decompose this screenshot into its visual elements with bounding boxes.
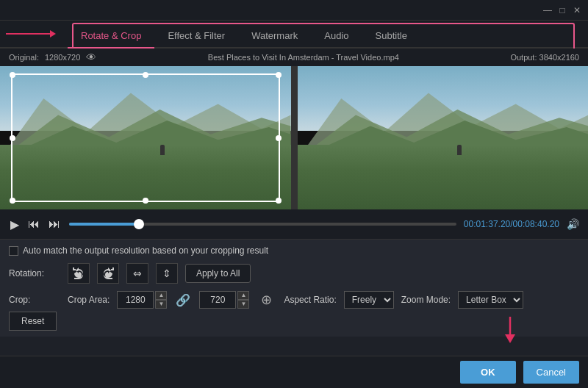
timeline-progress xyxy=(69,223,139,226)
tab-audio[interactable]: Audio xyxy=(311,24,362,48)
width-spin-down[interactable]: ▼ xyxy=(155,300,167,309)
height-input[interactable] xyxy=(199,291,236,309)
width-spin-up[interactable]: ▲ xyxy=(155,291,167,300)
original-label: Original: xyxy=(9,53,39,62)
crop-label: Crop: xyxy=(9,295,60,305)
skip-back-button[interactable]: ⏮ xyxy=(26,216,41,232)
auto-match-label: Auto match the output resolution based o… xyxy=(23,245,268,256)
tab-rotate-crop[interactable]: Rotate & Crop xyxy=(68,24,154,48)
tab-subtitle[interactable]: Subtitle xyxy=(362,24,420,48)
timeline-bar: ▶ ⏮ ⏭ 00:01:37.20/00:08:40.20 🔊 xyxy=(0,209,588,239)
maximize-button[interactable]: □ xyxy=(557,5,567,15)
tab-effect-filter[interactable]: Effect & Filter xyxy=(154,24,238,48)
video-panels xyxy=(0,66,588,209)
rotation-row: Rotation: ⇔ ⇕ Apply to All xyxy=(9,263,579,284)
aspect-ratio-select[interactable]: Freely xyxy=(344,291,394,309)
link-icon[interactable]: 🔗 xyxy=(176,293,190,307)
minimize-button[interactable]: — xyxy=(542,5,553,15)
ok-button[interactable]: OK xyxy=(460,361,516,384)
width-input[interactable] xyxy=(117,291,154,309)
rotation-label: Rotation: xyxy=(9,268,60,279)
height-input-group: ▲ ▼ xyxy=(199,291,249,309)
window-controls: — □ ✕ xyxy=(542,5,582,15)
zoom-mode-select[interactable]: Letter Box xyxy=(458,291,523,309)
video-info-bar: Original: 1280x720 👁 Best Places to Visi… xyxy=(0,48,588,66)
crop-row: Crop: Crop Area: ▲ ▼ 🔗 ▲ ▼ ⊕ Aspect Rati… xyxy=(9,291,579,309)
tabs-bar: Rotate & Crop Effect & Filter Watermark … xyxy=(0,21,588,48)
controls-area: Auto match the output resolution based o… xyxy=(0,239,588,337)
cancel-button[interactable]: Cancel xyxy=(523,361,579,384)
title-bar: — □ ✕ xyxy=(0,0,588,21)
original-resolution: 1280x720 xyxy=(45,53,80,62)
height-spin-down[interactable]: ▼ xyxy=(237,300,249,309)
rotate-right-button[interactable] xyxy=(97,263,119,284)
output-resolution: Output: 3840x2160 xyxy=(510,53,579,62)
play-controls: ▶ ⏮ ⏭ xyxy=(9,216,62,233)
timeline-track[interactable] xyxy=(69,223,456,226)
volume-icon[interactable]: 🔊 xyxy=(567,218,579,230)
bottom-bar: OK Cancel xyxy=(0,356,588,388)
video-panel-original xyxy=(0,66,293,209)
ok-arrow-indicator xyxy=(503,317,517,348)
video-panel-preview xyxy=(298,66,589,209)
apply-all-button[interactable]: Apply to All xyxy=(185,264,251,283)
svg-marker-7 xyxy=(505,334,515,343)
rotate-left-button[interactable] xyxy=(68,263,90,284)
reset-button[interactable]: Reset xyxy=(9,312,57,331)
play-button[interactable]: ▶ xyxy=(9,216,21,233)
height-spin-up[interactable]: ▲ xyxy=(237,291,249,300)
auto-match-row: Auto match the output resolution based o… xyxy=(9,245,579,256)
zoom-mode-label: Zoom Mode: xyxy=(401,295,451,305)
move-icon[interactable]: ⊕ xyxy=(261,292,272,308)
auto-match-checkbox[interactable] xyxy=(9,246,18,256)
flip-horizontal-button[interactable]: ⇔ xyxy=(126,263,148,284)
width-input-group: ▲ ▼ xyxy=(117,291,167,309)
eye-icon[interactable]: 👁 xyxy=(86,51,96,63)
flip-vertical-button[interactable]: ⇕ xyxy=(156,263,178,284)
timeline-thumb[interactable] xyxy=(134,219,144,229)
close-button[interactable]: ✕ xyxy=(572,5,582,15)
aspect-ratio-label: Aspect Ratio: xyxy=(284,295,336,305)
video-filename: Best Places to Visit In Amsterdam - Trav… xyxy=(208,53,399,62)
time-display: 00:01:37.20/00:08:40.20 xyxy=(464,219,559,229)
crop-area-label: Crop Area: xyxy=(68,295,110,305)
tab-watermark[interactable]: Watermark xyxy=(238,24,311,48)
step-forward-button[interactable]: ⏭ xyxy=(47,216,62,232)
